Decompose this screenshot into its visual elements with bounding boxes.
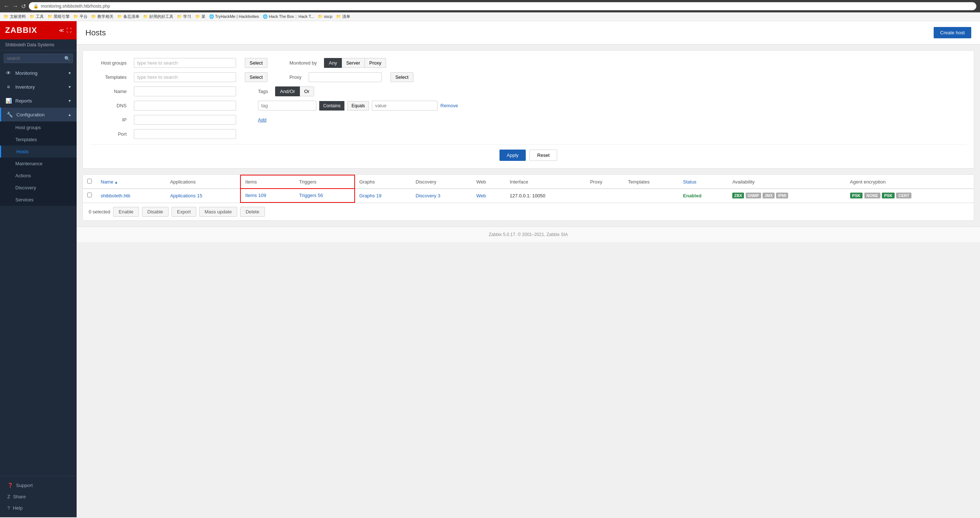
sidebar-item-inventory[interactable]: ≡ Inventory ▼ xyxy=(0,80,76,94)
bookmark-gongju[interactable]: 📁 工具 xyxy=(30,14,44,19)
collapse-icon[interactable]: ≪ xyxy=(59,27,64,33)
sidebar-item-maintenance[interactable]: Maintenance xyxy=(0,157,76,170)
table-header: Name Applications Items Triggers Graphs … xyxy=(83,175,974,189)
host-groups-label: Host groups xyxy=(90,60,127,66)
help-item[interactable]: ? Help xyxy=(4,502,73,513)
filter-actions: Apply Reset xyxy=(90,144,967,161)
add-tag-link[interactable]: Add xyxy=(258,117,266,122)
sidebar-item-templates[interactable]: Templates xyxy=(0,133,76,146)
col-proxy: Proxy xyxy=(585,175,624,189)
hosts-table: Name Applications Items Triggers Graphs … xyxy=(83,175,974,203)
proxy-input[interactable] xyxy=(309,72,382,82)
sidebar-item-services[interactable]: Services xyxy=(0,194,76,206)
table-row: shibboleth.htb Applications 15 Items 109… xyxy=(83,189,974,202)
tag-name-input[interactable] xyxy=(258,101,316,111)
sidebar-search-input[interactable] xyxy=(4,54,73,63)
col-discovery: Discovery xyxy=(411,175,472,189)
col-agent-encryption: Agent encryption xyxy=(846,175,974,189)
bookmark-jiaoxue[interactable]: 📁 教学相关 xyxy=(91,14,113,19)
inventory-icon: ≡ xyxy=(5,84,12,90)
tag-value-input[interactable] xyxy=(372,101,438,111)
host-name-link[interactable]: shibboleth.htb xyxy=(101,193,130,199)
tags-contains-button[interactable]: Contains xyxy=(319,101,344,111)
fullscreen-icon[interactable]: ⛶ xyxy=(67,27,72,33)
bookmark-xuexi[interactable]: 📁 学习 xyxy=(177,14,191,19)
help-icon: ? xyxy=(7,505,10,511)
items-link[interactable]: Items 109 xyxy=(245,192,266,198)
col-templates: Templates xyxy=(624,175,679,189)
proxy-select-button[interactable]: Select xyxy=(390,72,413,82)
support-item[interactable]: ❓ Support xyxy=(4,480,73,491)
bookmark-qingdan[interactable]: 📁 清单 xyxy=(336,14,350,19)
triggers-link[interactable]: Triggers 56 xyxy=(299,192,323,198)
reports-arrow: ▼ xyxy=(68,99,72,103)
filter-row-6: Port xyxy=(90,129,967,139)
tags-or-button[interactable]: Or xyxy=(300,86,314,96)
sidebar-item-inventory-label: Inventory xyxy=(15,84,35,90)
tags-andor-button[interactable]: And/Or xyxy=(275,86,299,96)
monitored-proxy-button[interactable]: Proxy xyxy=(365,58,386,68)
sidebar-item-host-groups[interactable]: Host groups xyxy=(0,121,76,133)
reset-button[interactable]: Reset xyxy=(530,149,557,161)
encrypt-cert: CERT xyxy=(896,192,912,199)
sidebar-item-discovery[interactable]: Discovery xyxy=(0,182,76,194)
monitored-any-button[interactable]: Any xyxy=(324,58,342,68)
sidebar-item-configuration[interactable]: 🔧 Configuration ▲ xyxy=(0,108,76,121)
sidebar-item-monitoring[interactable]: 👁 Monitoring ▼ xyxy=(0,66,76,80)
bookmark-tryhackme[interactable]: 🌐 TryHackMe | Hacktivities xyxy=(209,14,259,19)
export-button[interactable]: Export xyxy=(172,207,196,217)
col-status[interactable]: Status xyxy=(679,175,728,189)
tags-remove-link[interactable]: Remove xyxy=(441,103,458,108)
bookmark-wendian[interactable]: 📁 文献资料 xyxy=(4,14,26,19)
host-groups-input[interactable] xyxy=(134,58,236,68)
filter-row-4: DNS Contains Equals Remove xyxy=(90,101,967,111)
share-item[interactable]: Z Share xyxy=(4,491,73,502)
bookmark-oscp[interactable]: 📁 oscp xyxy=(318,14,332,19)
row-templates xyxy=(624,189,679,202)
row-graphs: Graphs 19 xyxy=(355,189,411,202)
port-input[interactable] xyxy=(134,129,236,139)
graphs-link[interactable]: Graphs 19 xyxy=(360,193,382,199)
sidebar-item-actions[interactable]: Actions xyxy=(0,170,76,182)
sidebar-item-reports[interactable]: 📊 Reports ▼ xyxy=(0,94,76,108)
ip-label: IP xyxy=(90,117,127,122)
search-icon: 🔍 xyxy=(64,56,70,61)
back-button[interactable]: ← xyxy=(4,3,10,10)
monitored-server-button[interactable]: Server xyxy=(342,58,365,68)
dns-input[interactable] xyxy=(134,101,236,111)
discovery-link[interactable]: Discovery 3 xyxy=(415,193,441,199)
share-icon: Z xyxy=(7,494,10,499)
tags-equals-button[interactable]: Equals xyxy=(347,101,369,111)
sidebar-footer: ❓ Support Z Share ? Help xyxy=(0,476,76,517)
url-bar[interactable]: 🔒 monitoring.shibboleth.htb/hosts.php xyxy=(29,2,976,10)
col-triggers: Triggers xyxy=(295,175,355,189)
bookmark-haoyong[interactable]: 📁 好用的好工具 xyxy=(143,14,173,19)
web-link[interactable]: Web xyxy=(477,193,486,199)
templates-input[interactable] xyxy=(134,72,236,82)
bookmark-pingtai[interactable]: 📁 平台 xyxy=(73,14,88,19)
bookmark-heian[interactable]: 📁 黑暗引擎 xyxy=(48,14,70,19)
col-name[interactable]: Name xyxy=(96,175,165,189)
apply-button[interactable]: Apply xyxy=(500,149,526,161)
create-host-button[interactable]: Create host xyxy=(934,27,971,38)
host-groups-select-button[interactable]: Select xyxy=(245,58,267,68)
bookmark-htb[interactable]: 🌐 Hack The Box :: Hack T... xyxy=(263,14,314,19)
name-input[interactable] xyxy=(134,86,236,96)
sidebar-nav: 👁 Monitoring ▼ ≡ Inventory ▼ 📊 Reports ▼… xyxy=(0,66,76,476)
delete-button[interactable]: Delete xyxy=(240,207,265,217)
row-select-checkbox[interactable] xyxy=(87,192,92,197)
sidebar-item-hosts[interactable]: Hosts xyxy=(0,146,76,157)
forward-button[interactable]: → xyxy=(13,3,18,10)
disable-button[interactable]: Disable xyxy=(142,207,169,217)
templates-select-button[interactable]: Select xyxy=(245,72,267,82)
mass-update-button[interactable]: Mass update xyxy=(199,207,237,217)
bookmark-cai[interactable]: 📁 菜 xyxy=(195,14,205,19)
bookmark-beiwang[interactable]: 📁 备忘清单 xyxy=(117,14,139,19)
applications-link[interactable]: Applications 15 xyxy=(170,193,202,199)
select-all-checkbox[interactable] xyxy=(87,179,92,183)
reload-button[interactable]: ↺ xyxy=(21,3,26,10)
port-label: Port xyxy=(90,131,127,137)
page-title: Hosts xyxy=(85,28,106,38)
enable-button[interactable]: Enable xyxy=(113,207,138,217)
ip-input[interactable] xyxy=(134,115,236,125)
